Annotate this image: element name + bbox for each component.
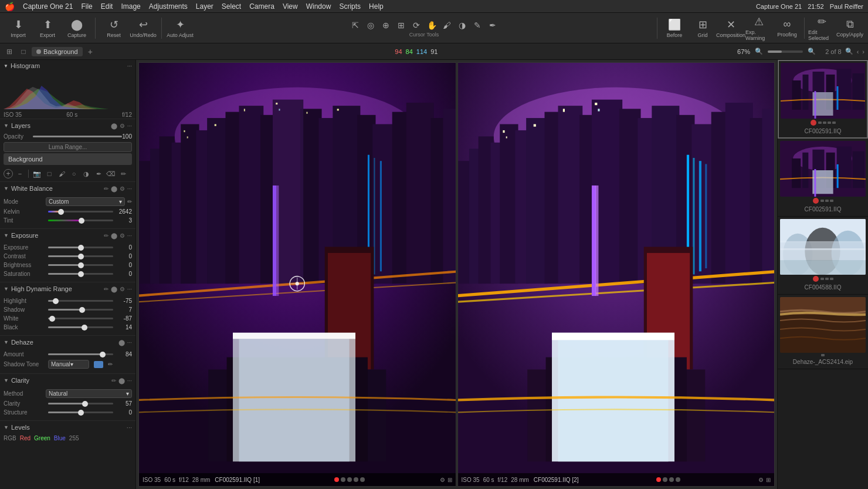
cursor-brush[interactable]: 🖌	[440, 19, 453, 32]
image-1-settings-icon[interactable]: ⚙	[440, 477, 445, 483]
clarity-edit-icon[interactable]: ✏	[111, 377, 116, 384]
menu-adjustments[interactable]: Adjustments	[149, 2, 188, 11]
cursor-rotate[interactable]: ⟳	[410, 19, 423, 32]
grid-view-button[interactable]: ⊞	[4, 46, 15, 58]
menu-view[interactable]: View	[283, 2, 298, 11]
menu-edit[interactable]: Edit	[101, 2, 113, 11]
cursor-gradient[interactable]: ◑	[456, 19, 469, 32]
clarity-thumb[interactable]	[82, 401, 88, 407]
image-pane-1[interactable]: ISO 35 60 s f/12 28 mm CF002591.IIQ [1]	[138, 62, 456, 487]
export-button[interactable]: ⬆ Export	[34, 15, 61, 42]
layer-gradient-button[interactable]: ◑	[81, 168, 91, 179]
cursor-crop[interactable]: ⊞	[395, 19, 408, 32]
dehaze-header[interactable]: ▼ Dehaze ⬤ ···	[0, 336, 135, 349]
structure-slider[interactable]	[48, 412, 113, 413]
layer-pen-button[interactable]: ✒	[93, 168, 104, 179]
composition-button[interactable]: ✕ Composition	[717, 15, 744, 42]
image-1-expand-icon[interactable]: ⊞	[447, 477, 452, 483]
layer-rect-button[interactable]: □	[44, 168, 55, 179]
zoom-out-button[interactable]: 🔍	[754, 46, 764, 57]
exposure-settings-icon[interactable]: ⚙	[120, 232, 125, 239]
autoadjust-button[interactable]: ✦ Auto Adjust	[167, 15, 194, 42]
brightness-slider[interactable]	[48, 264, 113, 266]
kelvin-slider[interactable]	[48, 211, 113, 213]
exposure-edit-icon[interactable]: ✏	[104, 232, 108, 239]
layer-erase-button[interactable]: ⌫	[106, 168, 116, 179]
before-button[interactable]: ⬜ Before	[661, 15, 688, 42]
luma-range-button[interactable]: Luma Range...	[4, 142, 132, 152]
histogram-more-icon[interactable]: ···	[127, 63, 132, 69]
cursor-select[interactable]: ⇱	[349, 19, 362, 32]
shadow-tone-edit-icon[interactable]: ✏	[108, 361, 113, 367]
wb-edit-icon[interactable]: ✏	[104, 186, 108, 192]
saturation-slider[interactable]	[48, 273, 113, 275]
contrast-thumb[interactable]	[78, 254, 84, 259]
cursor-pen[interactable]: ✒	[486, 19, 499, 32]
color-swatch[interactable]	[94, 361, 103, 368]
wb-header[interactable]: ▼ White Balance ✏ ⬤ ⚙ ···	[0, 182, 135, 195]
menu-help[interactable]: Help	[369, 2, 384, 11]
filmstrip-item-2[interactable]: 2	[778, 139, 868, 217]
cursor-eyedropper[interactable]: ⊕	[379, 19, 392, 32]
wb-mask-icon[interactable]: ⬤	[111, 186, 117, 192]
cursor-pan[interactable]: ✋	[425, 19, 438, 32]
dehaze-mask-icon[interactable]: ⬤	[118, 339, 125, 346]
exp-warning-button[interactable]: ⚠ Exp. Warning	[745, 15, 772, 42]
dehaze-amount-slider[interactable]	[48, 353, 113, 355]
exposure-header[interactable]: ▼ Exposure ✏ ⬤ ⚙ ···	[0, 229, 135, 242]
edit-selected-button[interactable]: ✏ Edit Selected	[808, 15, 835, 42]
black-thumb[interactable]	[82, 325, 87, 331]
zoom-slider[interactable]	[768, 50, 803, 53]
highlight-thumb[interactable]	[53, 298, 59, 304]
filmstrip-item-3[interactable]: CF004588.IIQ	[778, 217, 868, 295]
layers-header[interactable]: ▼ Layers ⬤ ⚙ ···	[0, 119, 135, 132]
tint-slider[interactable]	[48, 220, 113, 221]
hdr-header[interactable]: ▼ High Dynamic Range ✏ ⬤ ⚙ ···	[0, 282, 135, 295]
opacity-slider[interactable]	[33, 136, 122, 137]
kelvin-thumb[interactable]	[58, 209, 64, 215]
dehaze-amount-thumb[interactable]	[100, 352, 106, 358]
white-slider[interactable]	[48, 318, 113, 319]
layer-camera-button[interactable]: 📷	[32, 168, 42, 179]
cursor-heal[interactable]: ✎	[471, 19, 484, 32]
wb-settings-icon[interactable]: ⚙	[120, 186, 125, 192]
zoom-in-button[interactable]: 🔍	[806, 46, 817, 57]
reset-button[interactable]: ↺ Reset	[100, 15, 127, 42]
cursor-lasso[interactable]: ◎	[364, 19, 377, 32]
structure-thumb[interactable]	[78, 410, 84, 416]
exposure-mask-icon[interactable]: ⬤	[111, 232, 117, 239]
exposure-more-icon[interactable]: ···	[127, 232, 132, 239]
menu-window[interactable]: Window	[306, 2, 331, 11]
filmstrip-item-1[interactable]: 1	[778, 60, 868, 139]
layer-lasso-button[interactable]: ○	[69, 168, 79, 179]
nav-search-button[interactable]: 🔍	[845, 48, 853, 55]
wb-more-icon[interactable]: ···	[127, 186, 132, 192]
image-2-settings-icon[interactable]: ⚙	[758, 477, 764, 483]
layer-delete-button[interactable]: −	[15, 168, 25, 179]
layers-mask-icon[interactable]: ⬤	[111, 123, 117, 129]
image-pane-2[interactable]: ISO 35 60 s f/12 28 mm CF002591.IIQ [2] …	[457, 62, 775, 487]
undoredo-button[interactable]: ↩ Undo/Redo	[130, 15, 157, 42]
menu-scripts[interactable]: Scripts	[339, 2, 361, 11]
proofing-button[interactable]: ∞ Proofing	[774, 15, 801, 42]
brightness-thumb[interactable]	[78, 262, 84, 268]
clarity-method-select[interactable]: Natural ▾	[46, 389, 132, 398]
single-view-button[interactable]: □	[18, 46, 29, 58]
tint-thumb[interactable]	[79, 218, 84, 224]
levels-header[interactable]: ▼ Levels ···	[0, 421, 135, 434]
layer-add-button[interactable]: +	[4, 169, 13, 178]
background-layer-item[interactable]: Background	[4, 153, 132, 165]
filmstrip-item-4[interactable]: Dehaze-_ACS2414.eip	[778, 295, 868, 369]
menu-app[interactable]: Capture One 21	[23, 2, 73, 11]
exposure-thumb[interactable]	[78, 245, 84, 251]
layer-brush-button[interactable]: 🖌	[56, 168, 67, 179]
menu-select[interactable]: Select	[222, 2, 241, 11]
exposure-slider[interactable]	[48, 247, 113, 248]
layers-more-icon[interactable]: ···	[127, 123, 132, 129]
layers-settings-icon[interactable]: ⚙	[120, 123, 125, 129]
layer-indicator[interactable]: Background	[32, 47, 83, 56]
clarity-more-icon[interactable]: ···	[127, 377, 132, 384]
clarity-mask-icon[interactable]: ⬤	[118, 377, 125, 384]
hdr-more-icon[interactable]: ···	[127, 286, 132, 292]
clarity-slider[interactable]	[48, 403, 113, 404]
